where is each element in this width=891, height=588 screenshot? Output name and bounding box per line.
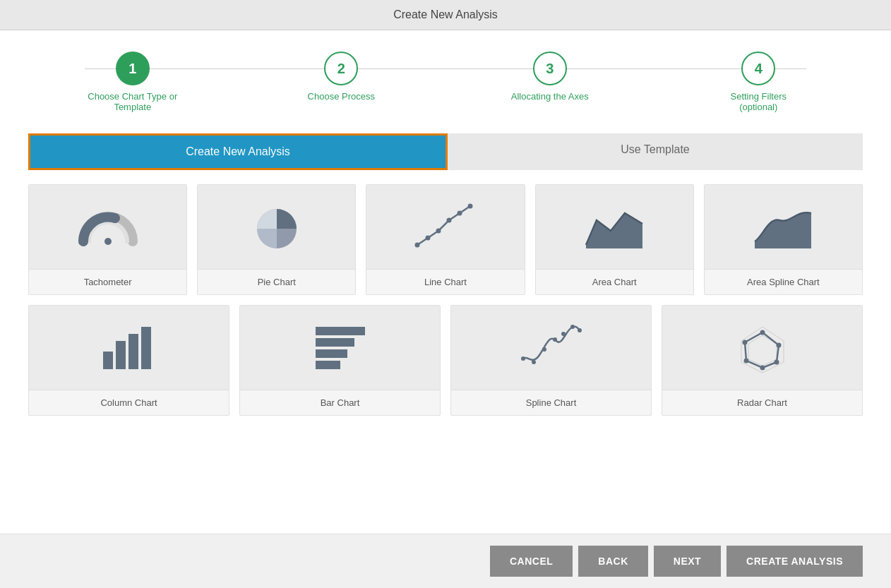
chart-card-radar[interactable]: Radar Chart — [662, 305, 863, 416]
svg-point-29 — [776, 342, 781, 347]
svg-point-5 — [436, 228, 441, 233]
svg-point-31 — [760, 365, 765, 370]
svg-rect-15 — [316, 338, 354, 347]
svg-rect-16 — [316, 349, 347, 358]
svg-rect-11 — [116, 341, 126, 369]
chart-icon-radar — [662, 306, 862, 390]
svg-rect-12 — [128, 334, 138, 369]
svg-rect-14 — [316, 327, 365, 335]
tabs: Create New Analysis Use Template — [28, 133, 863, 170]
chart-label-column: Column Chart — [93, 390, 164, 415]
svg-point-24 — [578, 328, 582, 332]
svg-point-28 — [760, 330, 765, 335]
step-4: 4 Setting Filters (optional) — [654, 52, 863, 112]
chart-card-area-spline[interactable]: Area Spline Chart — [704, 184, 863, 295]
svg-point-7 — [457, 210, 462, 215]
svg-point-22 — [561, 332, 566, 336]
chart-icon-spline — [451, 306, 651, 390]
svg-point-19 — [532, 360, 536, 364]
back-button[interactable]: BACK — [578, 546, 647, 577]
chart-label-spline: Spline Chart — [519, 390, 584, 415]
chart-grid-row2: Column Chart Bar Chart — [28, 305, 863, 416]
chart-label-bar: Bar Chart — [313, 390, 367, 415]
step-4-circle: 4 — [741, 52, 775, 85]
step-1-label: Choose Chart Type or Template — [87, 91, 179, 112]
svg-point-30 — [774, 359, 779, 364]
svg-marker-27 — [745, 332, 779, 368]
svg-point-1 — [104, 238, 112, 245]
tab-use-template[interactable]: Use Template — [448, 133, 863, 170]
svg-point-21 — [553, 337, 557, 342]
cancel-button[interactable]: CANCEL — [490, 546, 573, 577]
chart-card-area[interactable]: Area Chart — [535, 184, 694, 295]
chart-icon-line — [366, 185, 524, 270]
dialog-title: Create New Analysis — [0, 0, 891, 30]
chart-label-area: Area Chart — [585, 270, 644, 294]
svg-point-23 — [570, 325, 575, 329]
step-3-label: Allocating the Axes — [511, 91, 589, 102]
svg-point-33 — [742, 340, 747, 344]
chart-card-pie[interactable]: Pie Chart — [197, 184, 356, 295]
step-3-circle: 3 — [533, 52, 567, 85]
svg-point-4 — [425, 235, 430, 240]
step-4-label: Setting Filters (optional) — [712, 91, 804, 112]
step-2-label: Choose Process — [308, 91, 375, 102]
chart-label-area-spline: Area Spline Chart — [740, 270, 827, 294]
chart-label-line: Line Chart — [417, 270, 474, 294]
svg-point-6 — [446, 217, 451, 222]
svg-rect-17 — [316, 361, 340, 369]
step-2: 2 Choose Process — [237, 52, 446, 102]
chart-icon-pie — [198, 185, 355, 270]
svg-point-3 — [414, 242, 419, 247]
tab-create-new[interactable]: Create New Analysis — [28, 133, 448, 170]
footer: CANCEL BACK NEXT CREATE ANALYSIS — [0, 534, 891, 588]
next-button[interactable]: NEXT — [654, 546, 721, 577]
svg-point-8 — [467, 203, 472, 208]
svg-rect-13 — [141, 327, 151, 369]
svg-rect-10 — [103, 352, 113, 369]
chart-card-column[interactable]: Column Chart — [28, 305, 229, 416]
chart-icon-area-spline — [705, 185, 862, 270]
step-1: 1 Choose Chart Type or Template — [28, 52, 237, 112]
chart-label-tachometer: Tachometer — [77, 270, 139, 294]
create-analysis-button[interactable]: CREATE ANALYSIS — [726, 546, 863, 577]
chart-label-radar: Radar Chart — [730, 390, 794, 415]
svg-point-32 — [743, 358, 748, 363]
chart-icon-tachometer — [29, 185, 186, 270]
chart-icon-bar — [240, 306, 440, 390]
chart-card-bar[interactable]: Bar Chart — [239, 305, 441, 416]
chart-label-pie: Pie Chart — [251, 270, 303, 294]
svg-point-18 — [521, 356, 525, 361]
chart-card-tachometer[interactable]: Tachometer — [28, 184, 187, 295]
svg-point-20 — [542, 347, 546, 352]
chart-icon-column — [29, 306, 229, 390]
chart-grid-row1: Tachometer Pie Chart — [28, 184, 863, 295]
chart-card-spline[interactable]: Spline Chart — [450, 305, 652, 416]
stepper: 1 Choose Chart Type or Template 2 Choose… — [28, 52, 863, 112]
step-2-circle: 2 — [324, 52, 358, 85]
chart-icon-area — [536, 185, 693, 270]
chart-card-line[interactable]: Line Chart — [366, 184, 525, 295]
step-3: 3 Allocating the Axes — [446, 52, 654, 102]
step-1-circle: 1 — [116, 52, 150, 85]
